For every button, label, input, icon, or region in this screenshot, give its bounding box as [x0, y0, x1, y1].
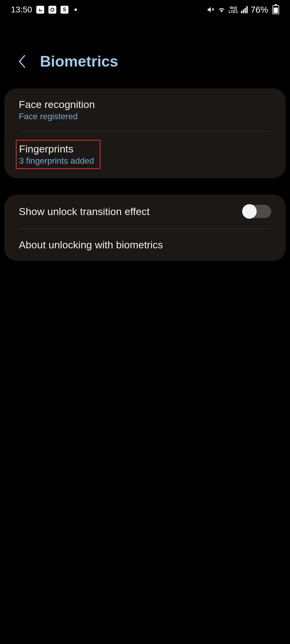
unlock-transition-label: Show unlock transition effect — [19, 206, 150, 217]
face-recognition-sub: Face registered — [19, 112, 95, 121]
svg-point-1 — [39, 9, 40, 10]
status-right: Vo)) LTE1 76% — [207, 5, 279, 15]
clock: 13:50 — [11, 5, 32, 15]
svg-point-2 — [51, 8, 54, 11]
battery-icon — [272, 5, 279, 14]
face-recognition-label: Face recognition — [19, 99, 95, 110]
toggle-knob — [242, 204, 257, 219]
biometrics-types-card: Face recognition Face registered Fingerp… — [4, 88, 286, 178]
fingerprints-label: Fingerprints — [19, 143, 94, 155]
status-left: 13:50 S — [11, 5, 77, 15]
page-title: Biometrics — [40, 53, 118, 70]
s-app-icon: S — [61, 6, 68, 14]
options-card: Show unlock transition effect About unlo… — [4, 195, 286, 261]
fingerprints-row[interactable]: Fingerprints 3 fingerprints added — [4, 132, 286, 178]
wifi-icon — [218, 6, 226, 14]
back-icon[interactable] — [17, 54, 28, 69]
fingerprints-highlight: Fingerprints 3 fingerprints added — [16, 140, 101, 169]
mute-icon — [207, 6, 215, 14]
signal-icon — [241, 6, 248, 13]
status-bar: 13:50 S Vo)) LTE1 76% — [0, 0, 290, 19]
fingerprints-sub: 3 fingerprints added — [19, 156, 94, 166]
volte-icon: Vo)) LTE1 — [229, 6, 238, 14]
about-biometrics-row[interactable]: About unlocking with biometrics — [4, 229, 286, 261]
unlock-transition-row[interactable]: Show unlock transition effect — [4, 195, 286, 228]
battery-pct: 76% — [251, 5, 268, 15]
about-biometrics-label: About unlocking with biometrics — [19, 239, 163, 251]
o-app-icon — [48, 6, 56, 14]
face-recognition-row[interactable]: Face recognition Face registered — [4, 88, 286, 132]
unlock-transition-toggle[interactable] — [242, 205, 271, 218]
gallery-icon — [36, 6, 44, 14]
page-header: Biometrics — [0, 19, 290, 88]
more-notifications-dot — [74, 8, 77, 11]
